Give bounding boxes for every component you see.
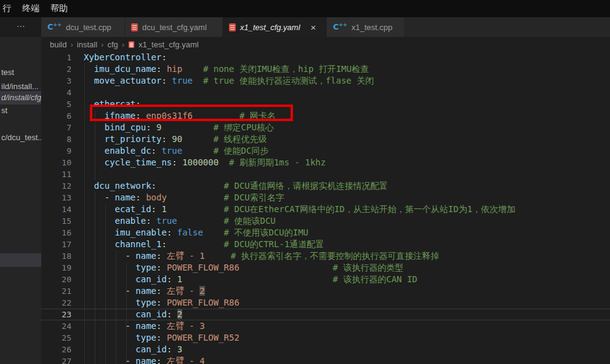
- code-line[interactable]: 26 can_id: 3: [41, 344, 610, 355]
- yaml-file-icon: [129, 41, 134, 47]
- code-text: move_actuator: true # true 使能执行器运动测试，fla…: [84, 75, 374, 87]
- chevron-right-icon: ›: [101, 40, 103, 49]
- line-number: 10: [41, 157, 71, 168]
- breadcrumb-item-file[interactable]: x1_test_cfg.yaml: [138, 40, 199, 49]
- code-text: - name: body # DCU索引名字: [84, 192, 284, 204]
- chevron-right-icon: ›: [122, 40, 124, 49]
- code-text: channel_1: # DCU的CTRL-1通道配置: [84, 239, 324, 250]
- line-number: 11: [41, 168, 71, 180]
- line-number: 15: [41, 215, 71, 227]
- code-line[interactable]: 9 enable_dc: true # 使能DC同步: [41, 145, 610, 157]
- code-text: - name: 左臂 - 2: [84, 285, 205, 297]
- line-number: 8: [41, 133, 71, 145]
- cpp-file-icon: C++: [47, 22, 62, 31]
- code-line[interactable]: 10 cycle_time_ns: 1000000 # 刷新周期1ms - 1k…: [41, 157, 610, 168]
- line-number: 23: [41, 309, 71, 320]
- tab-label: x1_test.cpp: [351, 23, 393, 32]
- code-line[interactable]: 19 type: POWER_FLOW_R86 # 该执行器的类型: [41, 262, 610, 274]
- line-number: 17: [41, 239, 71, 250]
- code-line[interactable]: 11: [41, 168, 610, 180]
- line-number: 4: [41, 87, 71, 98]
- code-text: type: POWER_FLOW_R86: [84, 297, 239, 309]
- line-number: 19: [41, 262, 71, 274]
- tab-dcu-test-cpp[interactable]: C++ dcu_test.cpp: [41, 17, 125, 37]
- code-text: type: POWER_FLOW_R86 # 该执行器的类型: [84, 262, 403, 274]
- cpp-file-icon: C++: [333, 22, 347, 31]
- line-number: 18: [41, 250, 71, 262]
- tab-dcu-test-cfg-yaml[interactable]: dcu_test_cfg.yaml: [125, 17, 223, 37]
- line-number: 27: [41, 355, 71, 364]
- chevron-right-icon: ›: [70, 40, 73, 49]
- breadcrumb-item-cfg[interactable]: cfg: [107, 40, 118, 49]
- code-text: - name: 左臂 - 4: [84, 355, 205, 364]
- code-line[interactable]: 2 imu_dcu_name: hip # none 关闭IMU检查，hip 打…: [41, 63, 610, 75]
- more-actions-icon[interactable]: ⋯: [17, 21, 26, 31]
- close-icon[interactable]: ×: [311, 23, 316, 32]
- code-line[interactable]: 3 move_actuator: true # true 使能执行器运动测试，f…: [41, 75, 610, 87]
- line-number: 22: [41, 297, 71, 309]
- sidebar-item[interactable]: st: [0, 105, 41, 117]
- line-number: 7: [41, 122, 71, 133]
- line-number: 14: [41, 204, 71, 215]
- code-text: - name: 左臂 - 3: [84, 320, 205, 332]
- breadcrumb: build › install › cfg › x1_test_cfg.yaml: [41, 37, 610, 52]
- breadcrumb-item-install[interactable]: install: [77, 40, 97, 49]
- code-line[interactable]: 8 rt_priority: 90 # 线程优先级: [41, 133, 610, 145]
- line-number: 21: [41, 285, 71, 297]
- menu-item-run[interactable]: 行: [0, 3, 17, 14]
- code-line[interactable]: 4: [41, 87, 610, 98]
- code-text: can_id: 2: [84, 309, 182, 320]
- line-number: 16: [41, 227, 71, 239]
- tab-label: dcu_test_cfg.yaml: [142, 23, 207, 32]
- line-number: 3: [41, 75, 71, 87]
- menu-item-help[interactable]: 帮助: [45, 3, 73, 14]
- sidebar-item-selected[interactable]: d/install/cfg: [0, 91, 41, 105]
- sidebar-item[interactable]: test: [0, 66, 41, 79]
- line-number: 9: [41, 145, 71, 157]
- code-line[interactable]: 24 - name: 左臂 - 3: [41, 320, 610, 332]
- code-line[interactable]: 25 type: POWER_FLOW_R52: [41, 332, 610, 344]
- line-number: 12: [41, 180, 71, 192]
- code-text: imu_enable: false # 不使用该DCU的IMU: [84, 227, 308, 239]
- sidebar-item-highlighted[interactable]: [0, 253, 41, 267]
- code-editor[interactable]: 1XyberController:2 imu_dcu_name: hip # n…: [41, 52, 610, 364]
- line-number: 13: [41, 192, 71, 204]
- tab-label: dcu_test.cpp: [66, 23, 111, 32]
- code-line[interactable]: 16 imu_enable: false # 不使用该DCU的IMU: [41, 227, 610, 239]
- code-text: type: POWER_FLOW_R52: [84, 332, 239, 344]
- code-text: enable_dc: true # 使能DC同步: [84, 145, 268, 157]
- tab-label: x1_test_cfg.yaml: [240, 23, 300, 32]
- code-line[interactable]: 14 ecat_id: 1 # DCU在EtherCAT网络中的ID，从主站开始…: [41, 204, 610, 215]
- line-number: 25: [41, 332, 71, 344]
- code-line[interactable]: 27 - name: 左臂 - 4: [41, 355, 610, 364]
- code-line[interactable]: 22 type: POWER_FLOW_R86: [41, 297, 610, 309]
- code-text: can_id: 3: [84, 344, 182, 355]
- code-line[interactable]: 7 bind_cpu: 9 # 绑定CPU核心: [41, 122, 610, 133]
- yaml-file-icon: [131, 23, 138, 31]
- code-line[interactable]: 23 can_id: 2: [41, 309, 610, 320]
- line-number: 6: [41, 110, 71, 122]
- menu-bar: 行 终端 帮助: [0, 0, 610, 17]
- tab-x1-test-cfg-yaml[interactable]: x1_test_cfg.yaml ×: [223, 17, 327, 37]
- breadcrumb-item-build[interactable]: build: [50, 40, 66, 49]
- code-line[interactable]: 13 - name: body # DCU索引名字: [41, 192, 610, 204]
- annotation-rectangle: [90, 105, 293, 121]
- code-line[interactable]: 18 - name: 左臂 - 1 # 执行器索引名字，不需要控制的执行器可直接…: [41, 250, 610, 262]
- code-line[interactable]: 17 channel_1: # DCU的CTRL-1通道配置: [41, 239, 610, 250]
- code-line[interactable]: 21 - name: 左臂 - 2: [41, 285, 610, 297]
- code-line[interactable]: 15 enable: true # 使能该DCU: [41, 215, 610, 227]
- tab-x1-test-cpp[interactable]: C++ x1_test.cpp: [327, 17, 405, 37]
- sidebar-panel: test ild/install... d/install/cfg st c/d…: [0, 37, 41, 364]
- line-number: 26: [41, 344, 71, 355]
- code-text: rt_priority: 90 # 线程优先级: [84, 133, 267, 145]
- code-line[interactable]: 1XyberController:: [41, 52, 610, 63]
- code-text: cycle_time_ns: 1000000 # 刷新周期1ms - 1khz: [84, 157, 326, 168]
- yaml-file-icon: [229, 23, 236, 31]
- sidebar-item[interactable]: c/dcu_test...: [0, 132, 41, 144]
- code-text: can_id: 1 # 该执行器的CAN ID: [84, 274, 417, 285]
- code-text: enable: true # 使能该DCU: [84, 215, 276, 227]
- menu-item-terminal[interactable]: 终端: [17, 3, 45, 14]
- code-text: dcu_network: # DCU通信网络，请根据实机连接情况配置: [84, 180, 388, 192]
- code-line[interactable]: 12 dcu_network: # DCU通信网络，请根据实机连接情况配置: [41, 180, 610, 192]
- code-line[interactable]: 20 can_id: 1 # 该执行器的CAN ID: [41, 274, 610, 285]
